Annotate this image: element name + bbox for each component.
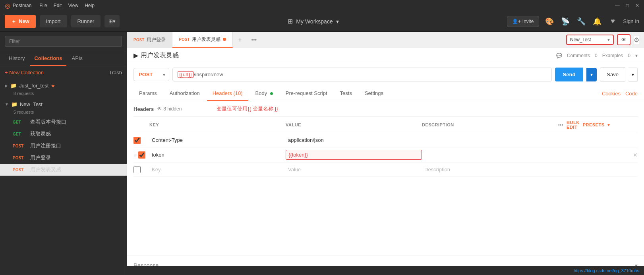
- collapse-arrow[interactable]: ▶: [133, 52, 138, 59]
- row-checkbox[interactable]: [133, 166, 141, 173]
- method-select[interactable]: POST GET PUT DELETE: [133, 68, 169, 81]
- workspace-selector[interactable]: ⊞ My Workspace ▾: [124, 17, 503, 25]
- title-bar: ◎ Postman File Edit View Help — □ ✕: [0, 0, 644, 11]
- sign-in-button[interactable]: Sign In: [623, 18, 639, 24]
- description-input[interactable]: [422, 150, 558, 159]
- invite-button[interactable]: 👤+ Invite: [507, 16, 539, 27]
- hidden-badge[interactable]: 👁 8 hidden: [157, 106, 182, 112]
- headers-meta: Headers 👁 8 hidden 变量值可使用{{ 变量名称 }}: [133, 101, 638, 117]
- menu-file[interactable]: File: [39, 3, 47, 8]
- request-name: 查看版本号接口: [30, 118, 66, 126]
- key-input[interactable]: [149, 136, 286, 145]
- tab-headers[interactable]: Headers (10): [207, 86, 248, 101]
- tab-user-inspire[interactable]: POST 用户发表灵感: [172, 32, 233, 48]
- code-link[interactable]: Code: [625, 91, 638, 97]
- bell-icon[interactable]: 🔔: [592, 17, 603, 26]
- collection-header-just-for-test[interactable]: ▶ 📁 Just_for_test ★: [5, 80, 122, 91]
- key-input[interactable]: [149, 150, 286, 159]
- maximize-btn[interactable]: □: [626, 3, 629, 8]
- new-button[interactable]: ＋ New: [5, 15, 36, 28]
- add-tab-button[interactable]: ＋: [233, 32, 247, 48]
- folder-icon: 📁: [10, 83, 17, 89]
- examples-chevron[interactable]: ▾: [635, 53, 638, 58]
- description-input-empty[interactable]: [422, 165, 558, 174]
- request-item-post-login[interactable]: POST 用户登录: [0, 152, 127, 164]
- save-dropdown-button[interactable]: ▾: [629, 68, 638, 82]
- search-input[interactable]: [5, 36, 122, 47]
- presets-link[interactable]: Presets: [583, 122, 605, 127]
- header-row-token: ≡ ✕: [133, 147, 638, 163]
- tab-apis[interactable]: APIs: [68, 51, 87, 66]
- method-select-wrapper: POST GET PUT DELETE: [133, 68, 169, 81]
- row-close-button[interactable]: ✕: [633, 152, 638, 158]
- description-input[interactable]: [422, 136, 558, 145]
- row-checkbox[interactable]: [133, 137, 141, 144]
- close-btn[interactable]: ✕: [635, 3, 639, 8]
- import-button[interactable]: Import: [40, 15, 67, 27]
- window-controls[interactable]: — □ ✕: [615, 3, 639, 8]
- value-input-empty[interactable]: [286, 165, 422, 174]
- sidebar-actions: + New Collection Trash: [0, 66, 127, 79]
- eye-icon: 👁: [157, 106, 162, 112]
- more-options-icon[interactable]: •••: [558, 122, 563, 127]
- collection-header-new-test[interactable]: ▼ 📁 New_Test: [5, 99, 122, 110]
- tab-label: 用户发表灵感: [192, 36, 220, 43]
- send-button[interactable]: Send: [555, 68, 584, 81]
- tab-method: POST: [133, 38, 144, 42]
- sync-button[interactable]: ⊞▾: [104, 15, 120, 27]
- content-area: POST 用户登录 POST 用户发表灵感 ＋ ••• 选择局部环境变量 可查看…: [127, 32, 644, 275]
- tab-collections[interactable]: Collections: [30, 51, 66, 66]
- menu-help[interactable]: Help: [85, 3, 95, 8]
- gear-button[interactable]: ⚙: [634, 36, 639, 44]
- comments-count: 0: [595, 53, 598, 58]
- bulk-edit-link[interactable]: Bulk Edit: [567, 120, 580, 130]
- new-collection-button[interactable]: + New Collection: [5, 70, 44, 76]
- presets-chevron[interactable]: ▾: [607, 122, 610, 128]
- comments-icon: 💬: [556, 53, 562, 58]
- menu-edit[interactable]: Edit: [54, 3, 62, 8]
- request-meta: 💬 Comments 0 Examples 0 ▾: [556, 53, 638, 58]
- method-badge: POST: [13, 144, 27, 148]
- col-value: VALUE: [286, 122, 422, 127]
- request-item-get-version[interactable]: GET 查看版本号接口: [0, 116, 127, 128]
- col-actions: ••• Bulk Edit Presets ▾: [558, 120, 606, 130]
- col-key: KEY: [149, 122, 286, 127]
- more-tabs-button[interactable]: •••: [247, 32, 261, 48]
- trash-button[interactable]: Trash: [109, 70, 122, 76]
- key-input-empty[interactable]: [149, 165, 286, 174]
- tab-settings[interactable]: Settings: [359, 86, 389, 101]
- value-input[interactable]: [286, 136, 422, 145]
- runner-button[interactable]: Runner: [71, 15, 101, 27]
- row-checkbox[interactable]: [138, 151, 145, 159]
- drag-handle[interactable]: ≡: [133, 152, 137, 158]
- header-row-empty: [133, 163, 638, 177]
- value-input-highlighted[interactable]: [286, 150, 422, 160]
- tab-history[interactable]: History: [5, 51, 29, 66]
- brush-icon[interactable]: 🎨: [544, 17, 555, 26]
- tab-user-login[interactable]: POST 用户登录: [127, 32, 172, 48]
- chevron-down-icon: ▼: [5, 102, 9, 107]
- tab-pre-request[interactable]: Pre-request Script: [280, 86, 333, 101]
- heart-icon[interactable]: ♥: [607, 17, 619, 25]
- menu-view[interactable]: View: [68, 3, 78, 8]
- method-badge: POST: [13, 168, 27, 172]
- tab-tests[interactable]: Tests: [335, 86, 358, 101]
- eye-button[interactable]: 👁: [617, 34, 630, 45]
- send-dropdown-button[interactable]: ▾: [586, 68, 597, 81]
- satellite-icon[interactable]: 📡: [560, 17, 571, 26]
- wrench-icon[interactable]: 🔧: [576, 17, 587, 26]
- request-item-post-inspire[interactable]: POST 用户发表灵感: [0, 164, 127, 176]
- env-select[interactable]: New_Test: [566, 35, 614, 45]
- tab-authorization[interactable]: Authorization: [164, 86, 205, 101]
- status-url: https://blog.csdn.net/qq_3710mhs: [574, 268, 639, 273]
- cookies-link[interactable]: Cookies: [602, 91, 621, 97]
- request-item-post-register[interactable]: POST 用户注册接口: [0, 140, 127, 152]
- method-badge: GET: [13, 132, 27, 136]
- headers-label: Headers: [133, 106, 154, 112]
- right-tab-actions: Cookies Code: [602, 91, 638, 97]
- save-button[interactable]: Save: [600, 67, 625, 82]
- tab-body[interactable]: Body: [250, 86, 278, 101]
- tab-params[interactable]: Params: [133, 86, 162, 101]
- minimize-btn[interactable]: —: [615, 3, 620, 8]
- request-item-get-inspiration[interactable]: GET 获取灵感: [0, 128, 127, 140]
